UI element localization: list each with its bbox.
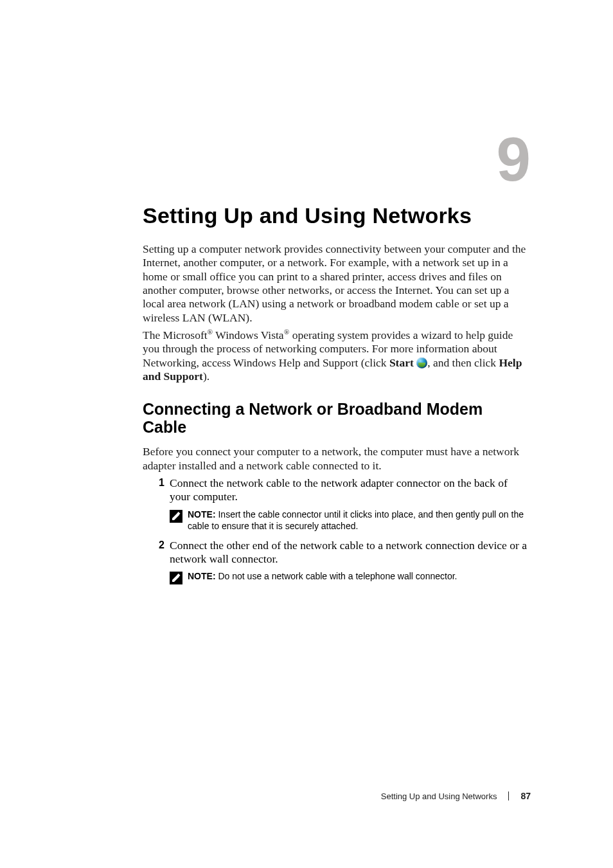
intro-paragraph-1: Setting up a computer network provides c… bbox=[143, 242, 531, 325]
note-text: NOTE: Insert the cable connector until i… bbox=[188, 509, 531, 532]
step-text: Connect the other end of the network cab… bbox=[170, 539, 531, 566]
intro-paragraph-2: The Microsoft® Windows Vista® operating … bbox=[143, 329, 531, 383]
note-body: Do not use a network cable with a teleph… bbox=[218, 571, 457, 581]
step-list: 1 Connect the network cable to the netwo… bbox=[143, 476, 531, 584]
registered-mark-icon: ® bbox=[284, 328, 290, 336]
note: NOTE: Do not use a network cable with a … bbox=[170, 571, 531, 584]
section-lead: Before you connect your computer to a ne… bbox=[143, 445, 531, 473]
chapter-title: Setting Up and Using Networks bbox=[143, 203, 531, 228]
list-item: 1 Connect the network cable to the netwo… bbox=[143, 476, 531, 504]
step-number: 2 bbox=[143, 539, 170, 566]
note-text: NOTE: Do not use a network cable with a … bbox=[188, 571, 531, 583]
intro-p2-tail-pre: , and then click bbox=[427, 356, 499, 369]
start-label: Start bbox=[389, 356, 414, 369]
section-title: Connecting a Network or Broadband Modem … bbox=[143, 400, 531, 436]
note-pencil-icon bbox=[170, 572, 182, 584]
note-label: NOTE: bbox=[188, 571, 218, 581]
intro-p2-mid: Windows Vista bbox=[213, 329, 283, 341]
list-item: 2 Connect the other end of the network c… bbox=[143, 539, 531, 566]
intro-p2-tail-post: ). bbox=[203, 370, 209, 383]
chapter-number: 9 bbox=[143, 129, 531, 190]
intro-p2-pre: The Microsoft bbox=[143, 329, 208, 341]
footer-page-number: 87 bbox=[520, 791, 531, 801]
note-pencil-icon bbox=[170, 510, 182, 523]
document-page: 9 Setting Up and Using Networks Setting … bbox=[0, 129, 613, 584]
note: NOTE: Insert the cable connector until i… bbox=[170, 509, 531, 532]
footer-separator-icon bbox=[508, 791, 509, 800]
registered-mark-icon: ® bbox=[208, 328, 213, 336]
step-text: Connect the network cable to the network… bbox=[170, 476, 531, 504]
step-number: 1 bbox=[143, 476, 170, 504]
footer-title: Setting Up and Using Networks bbox=[381, 791, 497, 801]
windows-orb-icon bbox=[416, 357, 427, 368]
note-label: NOTE: bbox=[188, 509, 218, 520]
page-footer: Setting Up and Using Networks 87 bbox=[381, 791, 531, 801]
note-body: Insert the cable connector until it clic… bbox=[188, 509, 524, 531]
